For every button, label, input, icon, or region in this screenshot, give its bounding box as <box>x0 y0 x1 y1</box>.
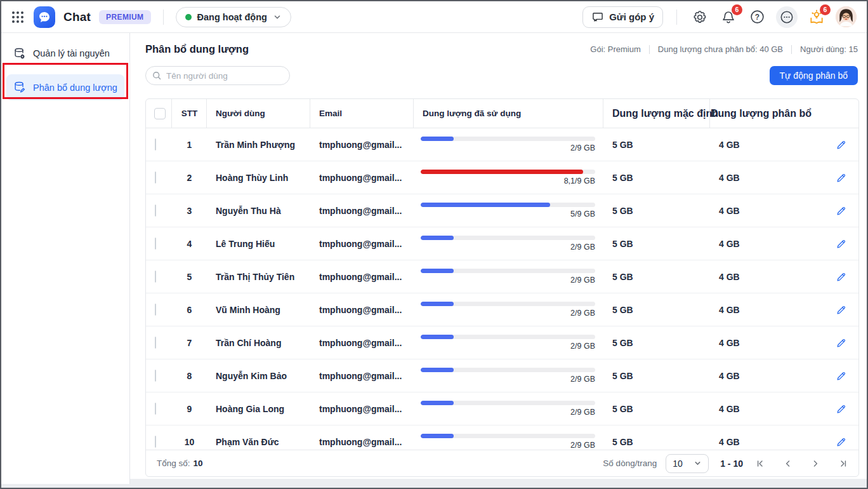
row-default-storage: 5 GB <box>603 338 710 348</box>
main-content: Phân bổ dung lượng Gói: Premium Dung lượ… <box>130 33 867 479</box>
edit-button[interactable] <box>824 271 858 283</box>
app-window: Chat PREMIUM Đang hoạt động Gửi góp ý <box>0 0 868 489</box>
row-checkbox[interactable] <box>155 171 156 184</box>
column-header-email: Email <box>310 99 414 128</box>
row-checkbox[interactable] <box>155 238 156 250</box>
row-checkbox[interactable] <box>155 403 156 415</box>
edit-button[interactable] <box>824 139 858 151</box>
table-row: 3 Nguyễn Thu Hà tmphuong@gmail... 5/9 GB… <box>146 194 858 227</box>
edit-button[interactable] <box>824 238 858 250</box>
status-label: Đang hoạt động <box>197 12 267 22</box>
row-email: tmphuong@gmail... <box>310 371 414 381</box>
row-stt: 8 <box>172 371 207 381</box>
edit-button[interactable] <box>824 304 858 316</box>
edit-button[interactable] <box>824 436 858 448</box>
row-stt: 3 <box>172 206 207 216</box>
edit-pencil-icon <box>836 172 847 184</box>
row-default-storage: 5 GB <box>603 305 710 315</box>
table-body: 1 Trần Minh Phượng tmphuong@gmail... 2/9… <box>146 128 858 450</box>
topbar-divider <box>163 10 164 25</box>
row-checkbox[interactable] <box>155 370 156 382</box>
row-checkbox[interactable] <box>155 204 156 217</box>
feedback-button[interactable]: Gửi góp ý <box>582 6 663 28</box>
usage-label: 2/9 GB <box>421 309 595 318</box>
usage-progress-fill <box>421 269 454 273</box>
table-row: 5 Trần Thị Thủy Tiên tmphuong@gmail... 2… <box>146 260 858 293</box>
row-checkbox[interactable] <box>155 304 156 316</box>
column-header-default: Dung lượng mặc định <box>603 99 710 128</box>
sidebar-item-label: Phân bổ dung lượng <box>33 83 117 93</box>
topbar: Chat PREMIUM Đang hoạt động Gửi góp ý <box>1 1 867 33</box>
edit-pencil-icon <box>836 238 847 250</box>
usage-label: 2/9 GB <box>421 441 595 450</box>
svg-text:?: ? <box>754 13 759 22</box>
row-email: tmphuong@gmail... <box>310 404 414 414</box>
previous-page-button[interactable] <box>783 459 793 469</box>
row-stt: 4 <box>172 239 207 249</box>
edit-button[interactable] <box>824 337 858 349</box>
edit-pencil-icon <box>836 370 847 382</box>
chat-logo-icon[interactable] <box>34 6 55 28</box>
first-page-button[interactable] <box>756 459 766 469</box>
select-all-checkbox[interactable] <box>154 108 166 119</box>
edit-button[interactable] <box>824 205 858 217</box>
row-user-name: Phạm Văn Đức <box>207 437 310 447</box>
edit-button[interactable] <box>824 370 858 382</box>
help-icon[interactable]: ? <box>747 8 766 27</box>
sidebar-item-storage-allocation[interactable]: Phân bổ dung lượng <box>6 74 124 100</box>
notification-badge: 6 <box>732 4 742 15</box>
usage-progress-fill <box>421 137 454 141</box>
feedback-icon <box>591 11 604 23</box>
database-gear-icon <box>13 47 26 60</box>
row-allocated-storage: 4 GB <box>710 437 824 447</box>
row-user-name: Nguyễn Thu Hà <box>207 206 310 216</box>
row-checkbox[interactable] <box>155 138 156 151</box>
usage-progress-track <box>421 335 595 339</box>
table-row: 4 Lê Trung Hiếu tmphuong@gmail... 2/9 GB… <box>146 227 858 260</box>
row-allocated-storage: 4 GB <box>710 338 824 348</box>
row-stt: 9 <box>172 404 207 414</box>
next-page-button[interactable] <box>810 459 820 469</box>
meta-separator <box>791 45 792 54</box>
table-row: 2 Hoàng Thùy Linh tmphuong@gmail... 8,1/… <box>146 161 858 194</box>
row-user-name: Hoàng Thùy Linh <box>207 173 310 183</box>
table-row: 6 Vũ Minh Hoàng tmphuong@gmail... 2/9 GB… <box>146 293 858 326</box>
search-input[interactable] <box>145 66 290 85</box>
usage-label: 2/9 GB <box>421 342 595 351</box>
row-checkbox[interactable] <box>155 271 156 283</box>
row-email: tmphuong@gmail... <box>310 437 414 447</box>
last-page-button[interactable] <box>838 459 848 469</box>
more-options-icon[interactable] <box>776 6 798 28</box>
usage-label: 8,1/9 GB <box>421 177 595 185</box>
avatar[interactable] <box>836 6 857 27</box>
row-user-name: Vũ Minh Hoàng <box>207 305 310 315</box>
edit-pencil-icon <box>836 304 847 316</box>
row-user-name: Hoàng Gia Long <box>207 404 310 414</box>
apps-grid-icon[interactable] <box>11 10 25 24</box>
storage-table: STT Người dùng Email Dung lượng đã sử dụ… <box>145 98 859 477</box>
row-checkbox[interactable] <box>155 436 156 448</box>
total-label: Tổng số: <box>157 459 190 468</box>
whats-new-icon[interactable]: 6 <box>807 8 826 27</box>
usage-progress-track <box>421 137 595 141</box>
edit-pencil-icon <box>836 436 847 448</box>
sidebar-item-resource-management[interactable]: Quản lý tài nguyên <box>6 41 124 66</box>
auto-allocate-button[interactable]: Tự động phân bổ <box>770 66 858 85</box>
row-usage: 2/9 GB <box>414 368 603 384</box>
plan-label: Gói: Premium <box>590 44 640 54</box>
row-usage: 5/9 GB <box>414 203 603 218</box>
settings-gear-icon[interactable] <box>690 8 709 27</box>
database-edit-icon <box>13 81 26 94</box>
premium-badge: PREMIUM <box>99 10 150 24</box>
row-stt: 2 <box>172 173 207 183</box>
row-email: tmphuong@gmail... <box>310 173 414 183</box>
row-allocated-storage: 4 GB <box>710 173 824 183</box>
rows-per-page-select[interactable]: 10 <box>666 454 709 473</box>
edit-pencil-icon <box>836 139 847 151</box>
edit-button[interactable] <box>824 403 858 415</box>
edit-button[interactable] <box>824 172 858 184</box>
status-dropdown[interactable]: Đang hoạt động <box>176 7 291 27</box>
row-checkbox[interactable] <box>155 337 156 349</box>
notification-bell-icon[interactable]: 6 <box>719 8 738 27</box>
row-email: tmphuong@gmail... <box>310 140 414 150</box>
